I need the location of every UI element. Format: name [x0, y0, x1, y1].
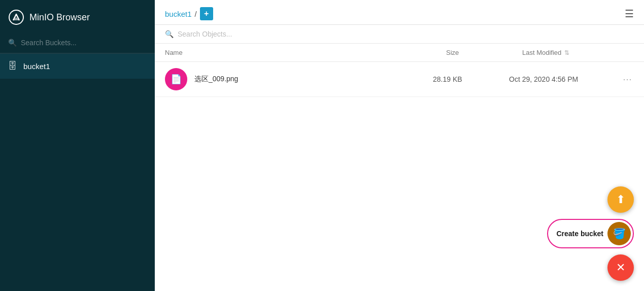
col-name-header: Name — [165, 49, 446, 56]
sidebar-item-bucket1[interactable]: 🗄 bucket1 — [0, 54, 155, 79]
search-objects-icon: 🔍 — [165, 30, 174, 38]
file-size: 28.19 KB — [433, 75, 509, 83]
hamburger-menu-icon[interactable]: ☰ — [625, 8, 634, 20]
search-objects-input[interactable] — [178, 30, 634, 38]
file-name[interactable]: 选区_009.png — [194, 75, 433, 84]
sidebar-header: MinIO Browser — [0, 0, 155, 35]
sidebar-search-container: 🔍 — [0, 35, 155, 53]
file-actions-icon[interactable]: ⋯ — [621, 72, 634, 87]
search-icon: 🔍 — [8, 39, 17, 47]
search-bar: 🔍 — [155, 25, 644, 44]
bucket-icon: 🗄 — [8, 61, 17, 72]
app-title: MinIO Browser — [29, 12, 90, 23]
sort-icon[interactable]: ⇅ — [564, 49, 569, 56]
create-bucket-button[interactable]: 🪣 — [607, 222, 631, 245]
create-bucket-label: Create bucket — [556, 230, 603, 238]
main-content: bucket1 / + ☰ 🔍 Name Size Last Modified … — [155, 0, 644, 291]
topbar: bucket1 / + ☰ — [155, 0, 644, 25]
breadcrumb-bucket-link[interactable]: bucket1 — [165, 10, 192, 18]
sidebar: MinIO Browser 🔍 🗄 bucket1 — [0, 0, 155, 291]
upload-icon: ⬆ — [616, 193, 625, 206]
table-header: Name Size Last Modified ⇅ — [155, 44, 644, 62]
create-bucket-row: Create bucket 🪣 — [547, 219, 634, 248]
breadcrumb-separator: / — [195, 10, 197, 18]
search-buckets-input[interactable] — [21, 39, 147, 47]
fab-container: ⬆ Create bucket 🪣 ✕ — [547, 186, 634, 281]
col-size-header: Size — [446, 49, 522, 56]
file-type-icon-wrapper: 📄 — [165, 68, 187, 90]
close-icon: ✕ — [616, 261, 625, 274]
breadcrumb: bucket1 / + — [165, 7, 213, 20]
image-file-icon: 📄 — [171, 74, 182, 85]
minio-logo-icon — [8, 9, 24, 25]
sidebar-bucket-label: bucket1 — [23, 62, 50, 71]
create-bucket-icon: 🪣 — [613, 228, 626, 240]
table-row: 📄 选区_009.png 28.19 KB Oct 29, 2020 4:56 … — [155, 62, 644, 97]
breadcrumb-add-button[interactable]: + — [200, 7, 213, 20]
file-modified: Oct 29, 2020 4:56 PM — [509, 75, 621, 83]
upload-button[interactable]: ⬆ — [607, 186, 634, 213]
fab-close-button[interactable]: ✕ — [607, 254, 634, 281]
col-modified-header: Last Modified ⇅ — [522, 49, 634, 56]
